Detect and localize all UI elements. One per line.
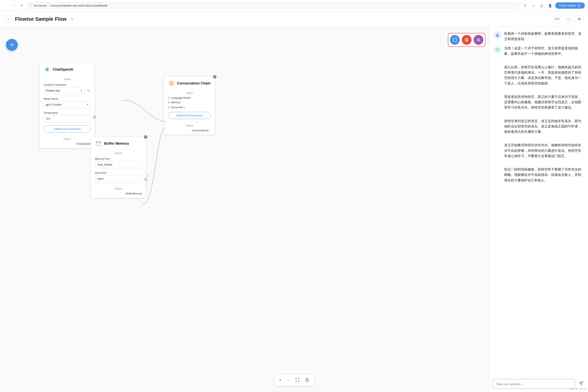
input-key-label: Input Key * — [91, 170, 146, 175]
bufferMemory-node: Buffer Memory Inputs Memory Key * Input … — [91, 136, 146, 198]
forward-nav-btn[interactable]: → — [11, 3, 16, 8]
conversationChain-title: Conversation Chain — [177, 81, 211, 86]
bufferMemory-output-label: Output — [91, 185, 146, 191]
conversationChain-output-value: ConversationC... — [164, 128, 215, 134]
bottom-toolbar: + – — [274, 374, 314, 386]
chat-send-btn[interactable] — [577, 379, 585, 388]
memory-key-label: Memory Key * — [91, 156, 146, 161]
canvas-area: × × + ChatOpenAI Inputs Connect Credenti… — [0, 27, 588, 392]
close-canvas-btn[interactable] — [474, 35, 484, 45]
memory-connector — [168, 102, 170, 104]
lang-model-row: Language Model * — [164, 96, 215, 100]
model-select-wrap: gpt-3.5-turbo ▼ — [44, 101, 90, 108]
back-btn[interactable]: ‹ — [5, 16, 12, 23]
split-view-btn[interactable]: ◫ — [539, 2, 545, 9]
add-node-btn[interactable]: + — [6, 39, 18, 51]
user-avatar — [494, 31, 501, 39]
user-message-text: 给我讲一个好听的故事吧，故事里面要有孙悟空、龙王和菩提老祖 — [504, 31, 584, 42]
chatOpenAI-output-value: ChatOpenAI — [40, 142, 94, 148]
page-title: Flowise Sample Flow — [15, 16, 67, 22]
chatOpenAI-icon — [44, 66, 51, 73]
conversationChain-additional-btn[interactable]: Additional Parameters — [168, 112, 211, 119]
conversationChain-icon — [168, 80, 175, 87]
bufferMemory-output-value: BufferMemory — [91, 191, 146, 198]
chat-panel: 给我讲一个好听的故事吧，故事里面要有孙悟空、龙王和菩提老祖 当然！这是一个关于孙… — [489, 27, 588, 392]
add-toolbar-btn[interactable]: + — [278, 377, 283, 384]
bot-message-1: 当然！这是一个关于孙悟空、龙王和菩提老祖的故事。故事开始于一个神秘的神话世界中。… — [494, 46, 584, 183]
chatOpenAI-output-label: Output — [40, 136, 94, 142]
svg-rect-16 — [306, 380, 308, 382]
url-display: ···/canvas/c40bbb68-cd81-4535-a92a-da4af… — [48, 4, 107, 7]
bufferMemory-close-btn[interactable]: × — [144, 135, 147, 139]
temperature-input[interactable] — [44, 115, 90, 122]
edit-title-btn[interactable]: ✎ — [70, 16, 74, 22]
chatOpenAI-title: ChatOpenAI — [53, 68, 73, 72]
conversationChain-node: Conversation Chain Inputs Language Model… — [164, 76, 215, 135]
svg-point-7 — [172, 83, 173, 83]
svg-point-12 — [497, 34, 498, 35]
chatOpenAI-right-connector — [93, 116, 96, 119]
chatOpenAI-inputs-label: Inputs — [40, 76, 94, 82]
refresh-btn[interactable]: ↻ — [19, 3, 24, 8]
separator-toolbar-btn[interactable]: – — [286, 377, 291, 384]
watermark: CSDN @六维计者 — [569, 388, 587, 390]
code-btn[interactable]: </> — [553, 15, 561, 23]
model-select[interactable]: gpt-3.5-turbo — [44, 101, 90, 108]
svg-point-15 — [498, 50, 499, 50]
user-message: 给我讲一个好听的故事吧，故事里面要有孙悟空、龙王和菩提老祖 — [494, 31, 584, 42]
bufferMemory-title: Buffer Memory — [104, 142, 129, 146]
settings-btn[interactable]: ⚙ — [575, 15, 583, 23]
chat-messages-container: 给我讲一个好听的故事吧，故事里面要有孙悟空、龙王和菩提老祖 当然！这是一个关于孙… — [490, 27, 588, 376]
chatOpenAI-node: ChatOpenAI Inputs Connect Credential * F… — [39, 62, 95, 148]
not-secure-label: Not Secure — [34, 4, 47, 7]
finish-update-label: Finish update — [559, 4, 576, 7]
app-header: ‹ Flowise Sample Flow ✎ </> □ ⚙ — [0, 11, 588, 27]
more-icon: ⋮ — [577, 4, 581, 8]
canvas-action-buttons — [448, 33, 485, 47]
svg-point-6 — [171, 83, 172, 83]
svg-rect-13 — [496, 49, 499, 51]
model-label: Model Name — [40, 96, 94, 101]
document-row: Document ℹ — [164, 105, 215, 110]
conversationChain-close-btn[interactable]: × — [213, 75, 216, 78]
chat-input[interactable] — [493, 379, 575, 389]
expand-canvas-btn[interactable] — [450, 35, 460, 45]
bookmark-btn[interactable]: ☆ — [530, 2, 537, 9]
credential-edit-btn[interactable]: ✎ — [86, 88, 90, 93]
svg-point-5 — [170, 83, 171, 83]
chatOpenAI-header: ChatOpenAI — [40, 63, 94, 76]
svg-text:×: × — [147, 174, 149, 178]
lang-model-connector — [168, 97, 170, 99]
svg-rect-8 — [96, 142, 101, 146]
embed-btn[interactable]: □ — [564, 15, 572, 23]
bufferMemory-right-connector — [144, 178, 147, 181]
document-connector — [168, 106, 170, 108]
conversationChain-output-label: Output — [164, 122, 215, 128]
delete-canvas-btn[interactable] — [462, 35, 472, 45]
back-nav-btn[interactable]: ← — [3, 3, 9, 8]
bufferMemory-icon — [95, 140, 102, 147]
chatOpenAI-additional-btn[interactable]: Additional Parameters — [44, 125, 90, 132]
lock-icon: ⚠ — [30, 4, 32, 7]
fit-toolbar-btn[interactable] — [294, 377, 301, 384]
svg-point-14 — [497, 50, 497, 50]
bufferMemory-inputs-label: Inputs — [91, 150, 146, 156]
lock-toolbar-btn[interactable] — [304, 377, 310, 384]
credential-select[interactable]: Flowise-key — [44, 87, 84, 94]
address-bar: ⚠ Not Secure ···/canvas/c40bbb68-cd81-45… — [27, 2, 520, 9]
bufferMemory-header: Buffer Memory — [91, 137, 146, 150]
download-btn[interactable]: ↥ — [522, 2, 529, 9]
finish-update-btn[interactable]: Finish update ⋮ — [555, 2, 585, 9]
input-key-input[interactable] — [95, 175, 142, 182]
svg-point-3 — [46, 69, 48, 70]
conversationChain-inputs-label: Inputs — [164, 90, 215, 96]
conversationChain-header: Conversation Chain — [164, 76, 215, 90]
browser-chrome: ← → ↻ ⚠ Not Secure ···/canvas/c40bbb68-c… — [0, 0, 588, 11]
bot-avatar-1 — [494, 46, 501, 54]
credential-row: Flowise-key ▼ ✎ — [44, 87, 90, 94]
memory-row: Memory * — [164, 100, 215, 104]
memory-key-input[interactable] — [95, 161, 142, 168]
credential-label: Connect Credential * — [40, 82, 94, 87]
temp-label: Temperature — [40, 110, 94, 115]
profile-btn[interactable]: 👤 — [547, 2, 553, 9]
